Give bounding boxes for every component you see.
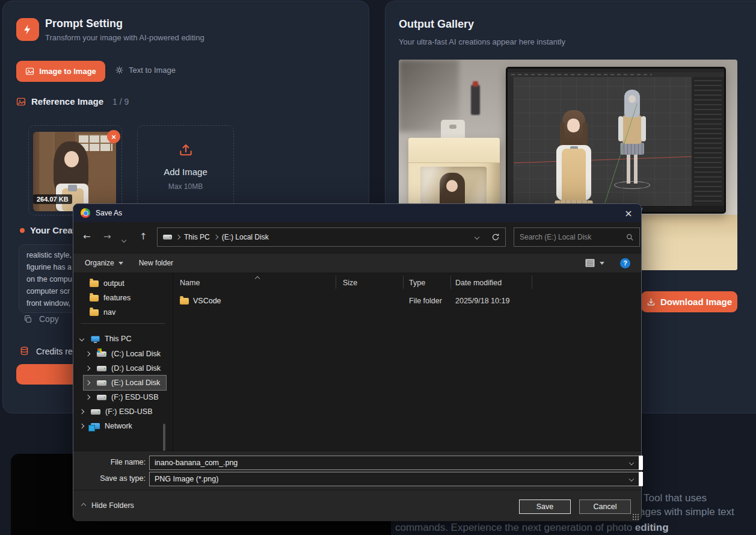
copy-button[interactable]: Copy — [23, 314, 59, 324]
chevron-down-icon — [629, 477, 634, 481]
marketing-text-line1: Tool that uses — [644, 492, 707, 504]
disk-icon — [97, 366, 106, 371]
tree-item-f-drive[interactable]: (F:) ESD-USB — [86, 390, 158, 404]
refresh-icon[interactable] — [491, 233, 500, 241]
up-button[interactable]: ↑ — [140, 230, 147, 243]
hide-folders-button[interactable]: Hide Folders — [82, 501, 134, 510]
credits-label: Credits req — [36, 347, 77, 356]
search-box[interactable]: Search (E:) Local Disk — [514, 227, 640, 247]
drive-icon — [163, 235, 172, 240]
dialog-close-button[interactable]: × — [616, 204, 641, 222]
column-header-name[interactable]: Name — [180, 279, 200, 287]
image-icon — [25, 67, 34, 76]
back-button[interactable]: ← — [83, 230, 91, 243]
disk-icon — [97, 380, 106, 386]
save-as-type-select[interactable]: PNG Image (*.png) — [149, 472, 639, 486]
cancel-button[interactable]: Cancel — [579, 499, 631, 514]
tree-item-nav[interactable]: nav — [90, 305, 115, 320]
address-dropdown-icon[interactable] — [475, 235, 479, 240]
tree-item-features[interactable]: features — [90, 291, 131, 305]
chrome-icon — [81, 208, 90, 218]
view-dropdown-icon[interactable] — [600, 262, 604, 265]
dialog-footer: Hide Folders Save Cancel — [73, 490, 641, 521]
search-icon — [626, 233, 634, 241]
dialog-title: Save As — [96, 209, 122, 217]
tree-item-this-pc[interactable]: This PC — [80, 332, 131, 346]
marketing-text-line2: ages with simple text — [639, 506, 734, 518]
folder-icon — [180, 298, 189, 305]
tree-item-f-drive-outer[interactable]: (F:) ESD-USB — [80, 404, 152, 419]
tree-item-d-drive[interactable]: (D:) Local Disk — [86, 361, 161, 376]
chevron-down-icon — [79, 336, 84, 341]
recent-locations-dropdown[interactable] — [122, 235, 126, 244]
os-disk-icon — [97, 351, 106, 357]
filename-region: File name: inano-banana_com_.png Save as… — [73, 451, 641, 490]
tab-label: Image to Image — [39, 67, 96, 76]
chevron-down-icon — [629, 460, 634, 465]
download-icon — [647, 297, 656, 306]
folder-icon — [90, 280, 99, 287]
file-type-cell: File folder — [409, 297, 442, 305]
tree-item-e-drive-selected[interactable]: (E:) Local Disk — [84, 376, 166, 390]
3d-model-figure — [613, 90, 651, 191]
search-placeholder: Search (E:) Local Disk — [520, 233, 622, 241]
breadcrumb-drive[interactable]: (E:) Local Disk — [222, 233, 269, 241]
save-button[interactable]: Save — [519, 499, 571, 514]
panel-subtitle: Transform your image with AI-powered edi… — [45, 33, 204, 42]
gallery-subtitle: Your ultra-fast AI creations appear here… — [399, 37, 565, 46]
credits-row: Credits req — [19, 346, 77, 356]
download-label: Download Image — [660, 297, 732, 307]
bullet-icon — [20, 228, 25, 233]
tab-image-to-image[interactable]: Image to Image — [16, 61, 105, 82]
close-icon: × — [624, 208, 632, 219]
file-name-cell: VSCode — [193, 297, 343, 305]
tab-text-to-image[interactable]: Text to Image — [115, 66, 176, 75]
file-name-input[interactable]: inano-banana_com_.png — [149, 456, 639, 470]
dialog-titlebar[interactable]: Save As — [73, 204, 641, 222]
column-header-date[interactable]: Date modified — [455, 279, 502, 287]
tree-item-c-drive[interactable]: (C:) Local Disk — [86, 347, 161, 361]
chevron-up-icon — [81, 503, 86, 508]
forward-button[interactable]: → — [103, 230, 111, 243]
file-size-badge: 264.07 KB — [33, 194, 72, 204]
help-button[interactable]: ? — [620, 258, 630, 268]
reference-image-count: 1 / 9 — [112, 97, 129, 107]
tree-item-output[interactable]: output — [90, 276, 124, 291]
reference-thumbnail-card[interactable]: 264.07 KB × — [28, 125, 122, 215]
add-image-dropzone[interactable]: Add Image Max 10MB — [137, 125, 234, 215]
sort-ascending-icon — [255, 276, 260, 281]
new-folder-button[interactable]: New folder — [139, 259, 173, 267]
view-list-icon[interactable] — [585, 259, 595, 267]
download-image-button[interactable]: Download Image — [641, 291, 737, 312]
marketing-text-highlight: editing — [635, 522, 669, 533]
pane-divider — [173, 273, 173, 451]
chevron-right-icon — [79, 409, 84, 414]
reference-image-label: Reference Image — [31, 96, 103, 107]
remove-image-button[interactable]: × — [107, 130, 120, 143]
dialog-toolbar: Organize New folder ? — [73, 253, 641, 273]
resize-grip[interactable] — [632, 513, 639, 520]
address-bar[interactable]: This PC (E:) Local Disk — [157, 227, 506, 247]
tab-label: Text to Image — [129, 66, 176, 75]
chevron-right-icon — [176, 235, 180, 240]
reference-image-icon — [16, 97, 26, 107]
tree-item-network[interactable]: Network — [80, 419, 132, 433]
chevron-right-icon — [79, 424, 84, 428]
dialog-content: output features nav This PC (C:) Local D… — [73, 273, 641, 451]
this-pc-icon — [91, 336, 100, 342]
breadcrumb-this-pc[interactable]: This PC — [184, 233, 210, 241]
organize-button[interactable]: Organize — [85, 259, 123, 267]
credits-icon — [19, 346, 29, 356]
close-icon: × — [111, 132, 116, 141]
file-row-vscode[interactable]: VSCode File folder 2025/9/18 10:19 — [176, 294, 639, 308]
chevron-right-icon — [85, 366, 90, 371]
column-header-size[interactable]: Size — [343, 279, 357, 287]
column-header-type[interactable]: Type — [409, 279, 425, 287]
tree-divider — [81, 323, 165, 324]
reference-image-header: Reference Image 1 / 9 — [16, 96, 129, 107]
disk-icon — [97, 395, 106, 400]
upload-icon — [138, 141, 233, 157]
chevron-right-icon — [85, 351, 90, 356]
page: Prompt Setting Transform your image with… — [0, 0, 756, 535]
add-image-hint: Max 10MB — [138, 182, 233, 191]
